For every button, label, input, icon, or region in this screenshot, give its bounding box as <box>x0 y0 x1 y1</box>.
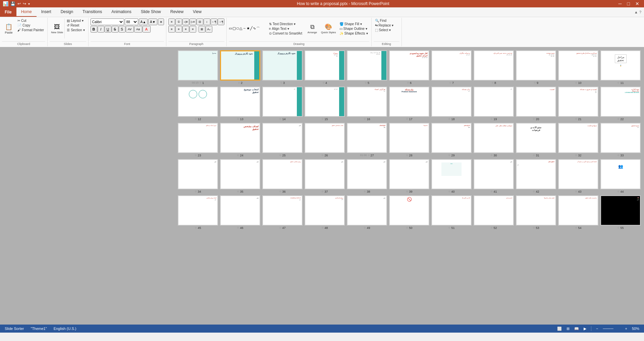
language-status[interactable]: English (U.S.) <box>52 326 78 331</box>
normal-view-icon[interactable]: ⬜ <box>556 326 563 332</box>
shape-outline-button[interactable]: ▭ Shape Outline ▾ <box>338 27 369 31</box>
zoom-level[interactable]: 50% <box>631 326 641 331</box>
undo-icon[interactable]: ↩ <box>17 1 21 6</box>
replace-button[interactable]: ⇆ Replace ▾ <box>374 23 395 28</box>
tab-design[interactable]: Design <box>56 7 78 17</box>
slide-thumb-34[interactable]: متن ☆ 34 <box>178 159 218 193</box>
tab-review[interactable]: Review <box>166 7 188 17</box>
shape-triangle[interactable]: △ <box>239 26 242 31</box>
slide-thumb-1[interactable]: محتوا 00:15 ☆ 1 <box>178 50 218 85</box>
slide-thumb-14[interactable]: متن ☆ 14 <box>262 87 303 121</box>
justify-button[interactable]: ≡ <box>190 26 196 33</box>
slide-thumb-28[interactable]: متخبرها ☆ 28 <box>389 123 429 157</box>
convert-smartart-button[interactable]: ⊙ Convert to SmartArt <box>268 31 304 36</box>
decrease-font-button[interactable]: A▼ <box>148 18 157 25</box>
format-painter-button[interactable]: 🖌 Format Painter <box>16 28 45 32</box>
shape-fill-button[interactable]: 🪣 Shape Fill ▾ <box>338 22 369 26</box>
slide-thumb-55[interactable]: 🌷 متن ☆ 55 <box>600 195 641 230</box>
shape-arrow[interactable]: → <box>243 26 246 31</box>
bullets-button[interactable]: ≡ <box>168 18 175 25</box>
tab-home[interactable]: Home <box>16 7 37 17</box>
slide-thumb-23[interactable]: مرور ادبیات و سابق ☆ 23 <box>178 123 218 157</box>
slide-thumb-22[interactable]: مرور ادبیات ومبانی مربوطهLITERATURE REVI… <box>600 87 641 121</box>
reading-view-icon[interactable]: 📖 <box>573 326 580 332</box>
close-button[interactable]: ✕ <box>633 1 641 6</box>
shape-line[interactable]: ╱ <box>250 26 253 31</box>
slide-thumb-5[interactable]: ذکر توجه نامه مرحله متن متن ☆ 5 <box>347 50 387 85</box>
slide-thumb-10[interactable]: ضیاعی و ساختار طرح تحقیق متن تحقیقمتن مت… <box>558 50 598 85</box>
font-name-select[interactable]: Calibri <box>91 18 124 25</box>
redo-icon[interactable]: ↪ <box>23 1 26 6</box>
shape-rect[interactable]: ▭ <box>229 26 232 31</box>
slide-thumb-15[interactable]: متن متن ☆ 15 <box>305 87 345 121</box>
quick-styles-button[interactable]: 🎨 Quick Styles <box>320 18 337 39</box>
slide-thumb-42[interactable]: تحقیق عملی متن ☆ 42 <box>516 159 556 193</box>
help-icon[interactable]: ? <box>639 10 641 14</box>
slide-thumb-9[interactable]: نحوه نوشته متن متن متنمتن متن ☆ 9 <box>516 50 556 85</box>
slide-thumb-4[interactable]: پیوپژل متن متنمتن ☆ 4 <box>305 50 345 85</box>
slide-thumb-38[interactable]: متن ☆ 38 <box>347 159 387 193</box>
numbering-button[interactable]: ① <box>175 18 182 25</box>
cut-button[interactable]: ✂ Cut <box>16 18 45 23</box>
slide-thumb-40[interactable]: chart ☆ 40 <box>431 159 472 193</box>
zoom-out-button[interactable]: − <box>595 326 599 331</box>
slide-thumb-33[interactable]: سود تحقیق متن ☆ 33 <box>600 123 641 157</box>
slide-thumb-6[interactable]: اقل شهید پیدامعبودیاجرای تحقیق متن متن م… <box>389 50 429 85</box>
slide-thumb-35[interactable]: متن ☆ 35 <box>220 159 260 193</box>
change-case-button[interactable]: Aa <box>134 26 142 33</box>
slide-thumb-31[interactable]: ستو الات وفرضیات ☆ 31 <box>516 123 556 157</box>
font-color-button[interactable]: A <box>143 26 151 33</box>
align-right-button[interactable]: ≡ <box>182 26 189 33</box>
slide-thumb-51[interactable]: اخذ بن کاری ها ☆ 51 <box>431 195 472 230</box>
slide-thumb-46[interactable]: متن ☆ 46 <box>220 195 260 230</box>
slide-thumb-41[interactable]: متن ☆ 41 <box>474 159 514 193</box>
slide-thumb-53[interactable]: قضیه زمانی متخبرها ☆ 53 <box>516 195 556 230</box>
slide-thumb-2[interactable]: نحوه نگارش پروپوزال ☆ 2 <box>220 50 260 85</box>
slide-thumb-12[interactable]: ☆ 12 <box>178 87 218 121</box>
slide-thumb-13[interactable]: انتخاب موضوعتحقیق ☆ 13 <box>220 87 260 121</box>
theme-status[interactable]: "Theme1" <box>29 326 48 331</box>
slide-thumb-43[interactable]: جامعه آماری و نمونه گیری و نحوه آن ☆ 43 <box>558 159 598 193</box>
slide-thumb-50[interactable]: 🚫 ☆ 50 <box>389 195 429 230</box>
slide-thumb-7[interactable]: به سایه دیگران متن متن ☆ 7 <box>431 50 472 85</box>
col-count-button[interactable]: ⊞ <box>199 26 205 33</box>
slide-thumb-16[interactable]: هم گرایی اعضاء متن ☆ 16 <box>347 87 387 121</box>
strikethrough-button[interactable]: S̶ <box>112 26 118 33</box>
slide-thumb-37[interactable]: متن ☆ 37 <box>305 159 345 193</box>
increase-font-button[interactable]: A▲ <box>139 18 148 25</box>
slide-thumb-32[interactable]: سواه و فایده ☆ 32 <box>558 123 598 157</box>
shape-effects-button[interactable]: ✨ Shape Effects ▾ <box>338 31 369 36</box>
select-button[interactable]: ⬚ Select ▾ <box>374 28 395 32</box>
slide-thumb-19[interactable]: متن ☆ 19 <box>474 87 514 121</box>
slide-thumb-25[interactable]: متن ☆ 25 <box>262 123 303 157</box>
tab-transitions[interactable]: Transitions <box>78 7 107 17</box>
minimize-button[interactable]: ─ <box>616 1 624 6</box>
slide-thumb-3[interactable]: نحوه نگارش پروپوزال ☆ 3 <box>262 50 303 85</box>
italic-button[interactable]: I <box>98 26 104 33</box>
slide-thumb-11[interactable]: مراحلتحقیق 🏅 ☆ 11 <box>600 50 641 85</box>
text-direction-button[interactable]: ⇅ Text Direction ▾ <box>268 22 304 26</box>
slide-thumb-21[interactable]: اهمیت و ضرورت مسئله متنمتن ☆ 21 <box>558 87 598 121</box>
layout-button[interactable]: ▤ Layout ▾ <box>65 18 86 23</box>
slide-thumb-27[interactable]: انواع اهدافمتن 01:00 ☆ 27 <box>347 123 387 157</box>
tab-file[interactable]: File <box>0 7 16 17</box>
slide-sorter-icon[interactable]: ⊞ <box>565 326 571 332</box>
ltr-button[interactable]: →¶ <box>218 18 224 25</box>
maximize-button[interactable]: □ <box>625 1 632 6</box>
slideshow-icon[interactable]: ▶ <box>582 326 588 332</box>
shape-star[interactable]: ★ <box>247 26 250 31</box>
slide-thumb-49[interactable]: متن ☆ 49 <box>347 195 387 230</box>
shape-curve[interactable]: ∿ <box>253 26 256 31</box>
shape-more[interactable]: ⬭ <box>236 26 239 31</box>
slide-thumb-54[interactable]: محدودیت های تحقیق ☆ 54 <box>558 195 598 230</box>
reset-button[interactable]: ↺ Reset <box>65 23 86 28</box>
arrange-button[interactable]: ⧉ Arrange <box>306 18 319 39</box>
slide-thumb-45[interactable]: اجزاء روش شناسیمتن ☆ 45 <box>178 195 218 230</box>
shape-rounded-rect[interactable]: ▢ <box>232 26 236 31</box>
slide-thumb-18[interactable]: بیان مسئله متن ☆ 18 <box>431 87 472 121</box>
align-text-button[interactable]: ≡ Align Text ▾ <box>268 27 304 31</box>
font-size-select[interactable]: 88 <box>125 18 138 25</box>
slide-sorter-status[interactable]: Slide Sorter <box>3 326 25 331</box>
slide-thumb-29[interactable]: ادراع متخبرمتن ☆ 29 <box>431 123 472 157</box>
char-spacing-button[interactable]: AV <box>126 26 134 33</box>
